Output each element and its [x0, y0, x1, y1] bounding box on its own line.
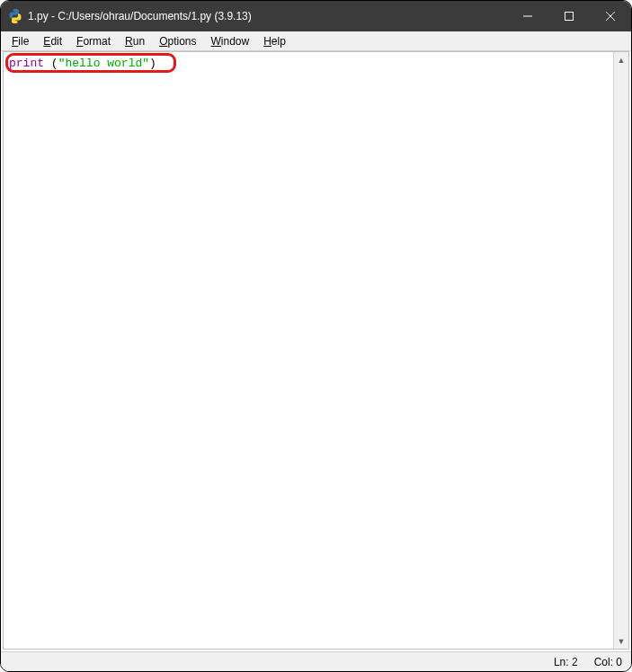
token-string: "hello world" — [58, 57, 149, 70]
window-controls — [507, 1, 631, 31]
maximize-button[interactable] — [548, 1, 590, 31]
token-lparen: ( — [51, 57, 58, 70]
menu-help[interactable]: Help — [256, 33, 293, 49]
close-button[interactable] — [590, 1, 631, 31]
minimize-button[interactable] — [507, 1, 548, 31]
menubar: File Edit Format Run Options Window Help — [1, 31, 631, 51]
menu-format[interactable]: Format — [69, 33, 118, 49]
svg-rect-0 — [565, 13, 574, 21]
status-line: Ln: 2 — [550, 656, 582, 668]
statusbar: Ln: 2 Col: 0 — [1, 651, 631, 671]
token-space — [44, 57, 51, 70]
scroll-up-arrow-icon[interactable]: ▲ — [614, 52, 628, 67]
menu-options[interactable]: Options — [152, 33, 203, 49]
status-col: Col: 0 — [591, 656, 626, 668]
code-editor[interactable]: print ("hello world") — [4, 52, 613, 649]
editor-container: print ("hello world") ▲ ▼ — [3, 51, 629, 650]
titlebar[interactable]: 1.py - C:/Users/ohrau/Documents/1.py (3.… — [1, 1, 631, 31]
token-rparen: ) — [149, 57, 156, 70]
window-title: 1.py - C:/Users/ohrau/Documents/1.py (3.… — [28, 10, 507, 22]
token-builtin: print — [9, 57, 44, 70]
menu-edit[interactable]: Edit — [36, 33, 69, 49]
vertical-scrollbar[interactable]: ▲ ▼ — [613, 52, 628, 649]
menu-run[interactable]: Run — [118, 33, 152, 49]
python-icon — [8, 9, 22, 23]
code-line-1: print ("hello world") — [9, 56, 608, 71]
scroll-down-arrow-icon[interactable]: ▼ — [614, 633, 628, 649]
menu-window[interactable]: Window — [204, 33, 257, 49]
menu-file[interactable]: File — [4, 33, 36, 49]
idle-editor-window: 1.py - C:/Users/ohrau/Documents/1.py (3.… — [0, 0, 632, 672]
